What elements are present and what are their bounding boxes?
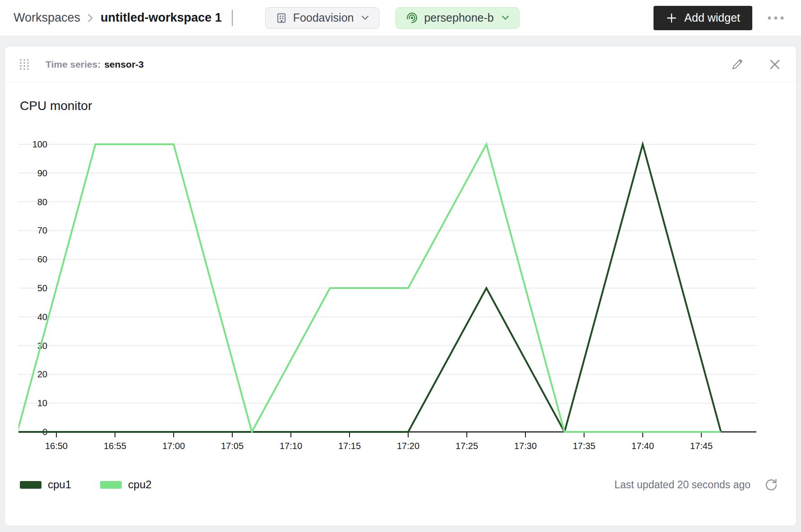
plus-icon <box>666 12 677 24</box>
cpu2-legend-label: cpu2 <box>128 478 152 491</box>
x-axis-label-17:05: 17:05 <box>221 441 244 451</box>
x-axis-label-17:00: 17:00 <box>162 441 185 451</box>
x-axis-label-17:35: 17:35 <box>573 441 595 451</box>
chart-title: CPU monitor <box>20 99 92 113</box>
target-rings-icon <box>406 12 418 24</box>
y-axis-label-100: 100 <box>32 139 47 149</box>
add-widget-button[interactable]: Add widget <box>654 6 752 30</box>
drag-handle-icon[interactable] <box>18 58 30 71</box>
more-options-button[interactable] <box>766 12 786 24</box>
y-axis-label-80: 80 <box>37 197 47 207</box>
x-axis-label-16:55: 16:55 <box>104 441 126 451</box>
last-updated-text: Last updated 20 seconds ago <box>614 479 750 491</box>
breadcrumb: Workspaces untitled-workspace 1 <box>14 10 233 26</box>
cpu1-legend-label: cpu1 <box>48 478 71 491</box>
org-selector-label: Foodavision <box>293 11 354 24</box>
building-icon <box>276 12 287 24</box>
chevron-down-icon <box>502 15 509 20</box>
x-axis-label-17:15: 17:15 <box>338 441 361 451</box>
y-axis-label-40: 40 <box>37 312 47 322</box>
x-axis-label-17:30: 17:30 <box>514 441 537 451</box>
widget-name-label: sensor-3 <box>104 59 144 69</box>
time-series-widget-card: Time series:sensor-3 CPU monitor 0102030… <box>5 46 796 526</box>
cpu1-swatch <box>20 481 41 489</box>
x-axis-label-17:10: 17:10 <box>280 441 302 451</box>
y-axis-label-50: 50 <box>37 283 47 293</box>
y-axis-label-60: 60 <box>37 254 47 264</box>
device-selector-label: persephone-b <box>424 11 493 24</box>
ellipsis-icon <box>767 16 785 20</box>
top-bar: Workspaces untitled-workspace 1 Foodavis… <box>0 0 801 36</box>
add-widget-label: Add widget <box>684 11 740 24</box>
widget-type-label: Time series: <box>46 59 101 69</box>
text-cursor <box>232 10 233 26</box>
x-axis-label-17:45: 17:45 <box>690 441 713 451</box>
pencil-icon <box>730 58 744 71</box>
org-selector-button[interactable]: Foodavision <box>265 7 380 29</box>
workspace-title-input[interactable]: untitled-workspace 1 <box>101 11 222 25</box>
y-axis-label-20: 20 <box>37 369 47 379</box>
x-axis-label-16:50: 16:50 <box>45 441 68 451</box>
x-axis-label-17:40: 17:40 <box>631 441 654 451</box>
legend-item-cpu1: cpu1 <box>20 478 71 491</box>
refresh-button[interactable] <box>762 476 780 494</box>
widget-footer: cpu1 cpu2 Last updated 20 seconds ago <box>20 470 780 499</box>
chevron-down-icon <box>361 15 369 20</box>
refresh-icon <box>764 478 778 492</box>
y-axis-label-90: 90 <box>37 168 47 178</box>
close-icon <box>768 58 782 71</box>
breadcrumb-workspaces-link[interactable]: Workspaces <box>14 11 80 25</box>
edit-widget-button[interactable] <box>728 56 746 73</box>
x-axis-label-17:25: 17:25 <box>456 441 478 451</box>
y-axis-label-10: 10 <box>37 398 47 408</box>
legend-item-cpu2: cpu2 <box>100 478 152 491</box>
cpu-line-chart: 010203040506070809010016:5016:5517:0017:… <box>14 119 788 467</box>
cpu2-swatch <box>100 481 122 489</box>
x-axis-label-17:20: 17:20 <box>397 441 419 451</box>
chevron-right-icon <box>87 14 93 23</box>
device-selector-button[interactable]: persephone-b <box>396 7 519 29</box>
close-widget-button[interactable] <box>766 56 783 73</box>
widget-header: Time series:sensor-3 <box>5 46 796 83</box>
y-axis-label-70: 70 <box>37 225 47 235</box>
widget-title: Time series:sensor-3 <box>46 59 144 70</box>
